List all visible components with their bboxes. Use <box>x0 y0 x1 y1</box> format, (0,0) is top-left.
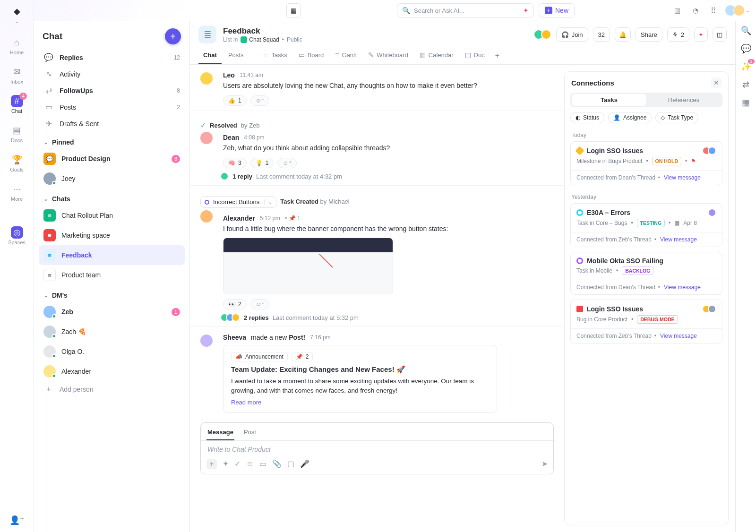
chat-feedback[interactable]: ≡Feedback <box>39 245 185 265</box>
rail-chat[interactable]: 4#Chat <box>0 91 34 118</box>
sync-icon[interactable]: ⇄ <box>742 79 749 90</box>
tab-posts[interactable]: Posts <box>223 48 249 64</box>
rail-docs[interactable]: ▤Docs <box>0 120 34 147</box>
rail-more[interactable]: ⋯More <box>0 179 34 206</box>
author-name[interactable]: Alexander <box>223 215 255 222</box>
read-more-link[interactable]: Read more <box>231 399 489 406</box>
composer-tab-post[interactable]: Post <box>243 427 257 440</box>
tab-chat[interactable]: Chat <box>198 48 222 64</box>
rail-goals[interactable]: 🏆Goals <box>0 150 34 176</box>
timer-icon[interactable]: ◔ <box>689 4 702 17</box>
view-message-link[interactable]: View message <box>664 284 701 291</box>
dm-olga[interactable]: Olga O. <box>39 342 185 361</box>
avatar[interactable] <box>200 72 213 85</box>
new-chat-button[interactable]: + <box>165 28 181 44</box>
connection-card[interactable]: Login SSO Issues Milestone in Bugs Produ… <box>570 141 722 185</box>
dm-zach[interactable]: Zach 🍕 <box>39 322 185 342</box>
shared-with[interactable]: ⚘2 <box>667 27 689 42</box>
ai-icon[interactable]: ✦ <box>223 459 229 468</box>
rail-inbox[interactable]: ✉Inbox <box>0 62 34 88</box>
attach-icon[interactable]: 📎 <box>272 459 282 468</box>
view-board[interactable]: ▭Board <box>294 47 329 64</box>
chat-rollout[interactable]: ≡Chat Rollout Plan <box>39 206 185 225</box>
view-message-link[interactable]: View message <box>664 174 701 181</box>
pinned-product-design[interactable]: 💬Product Design3 <box>39 149 185 169</box>
filter-status[interactable]: ◐Status <box>570 112 604 123</box>
view-tasks[interactable]: ≣Tasks <box>258 47 292 64</box>
rail-home[interactable]: ⌂Home <box>0 33 34 59</box>
post-card[interactable]: 📣Announcement 📌2 Team Update: Exciting C… <box>223 345 497 413</box>
comment-icon[interactable]: 💬 <box>741 43 751 54</box>
user-avatars[interactable]: ⌄ <box>725 5 749 16</box>
emoji-icon[interactable]: ☺ <box>246 460 254 468</box>
reaction[interactable]: 👍1 <box>223 95 247 106</box>
add-view[interactable]: + <box>491 50 503 62</box>
share-button[interactable]: Share <box>636 27 662 42</box>
reaction[interactable]: 🧠3 <box>223 158 247 168</box>
ai-button[interactable]: ✦ <box>694 27 708 42</box>
connection-card[interactable]: E30A – Errors Task in Core – Bugs•TESTIN… <box>570 203 722 247</box>
mic-icon[interactable]: 🎤 <box>300 459 309 468</box>
plus-icon[interactable]: + <box>206 459 217 469</box>
connection-card[interactable]: Login SSO Issues Bug in Core Product•DEB… <box>570 300 722 343</box>
nav-replies[interactable]: 💬Replies12 <box>39 49 185 66</box>
view-message-link[interactable]: View message <box>660 236 697 243</box>
chat-marketing[interactable]: ≡Marketing space <box>39 225 185 245</box>
gif-icon[interactable]: ▭ <box>259 459 266 468</box>
calendar-icon[interactable]: ▦ <box>286 3 301 17</box>
add-reaction[interactable]: ☺⁺ <box>250 95 269 106</box>
ai-icon[interactable]: ✨2 <box>741 61 751 72</box>
author-name[interactable]: Leo <box>223 71 235 79</box>
view-doc[interactable]: ▤Doc <box>460 47 490 64</box>
dm-zeb[interactable]: Zeb1 <box>39 302 185 322</box>
notifications-button[interactable]: 🔔 <box>615 27 631 42</box>
search-input[interactable] <box>414 7 519 14</box>
view-calendar[interactable]: ▦Calendar <box>415 47 458 64</box>
avatar[interactable] <box>200 335 213 347</box>
nav-activity[interactable]: ∿Activity <box>39 66 185 82</box>
squad-link[interactable]: Chat Squad <box>241 36 279 43</box>
section-chats[interactable]: ⌄Chats <box>39 189 185 206</box>
notepad-icon[interactable]: ▥ <box>671 4 684 17</box>
rail-spaces[interactable]: ◎Spaces <box>0 223 34 249</box>
task-icon[interactable]: ✓ <box>234 459 241 468</box>
video-icon[interactable]: ▢ <box>287 459 294 468</box>
author-name[interactable]: Sheeva <box>223 334 246 341</box>
apps-grid-icon[interactable]: ⠿ <box>707 4 720 17</box>
add-reaction[interactable]: ☺⁺ <box>277 158 296 168</box>
view-message-link[interactable]: View message <box>660 333 697 339</box>
composer-tab-message[interactable]: Message <box>206 427 234 440</box>
nav-posts[interactable]: ▭Posts2 <box>39 99 185 115</box>
add-person[interactable]: +Add person <box>39 381 185 397</box>
new-button[interactable]: +New <box>539 3 575 17</box>
connection-card[interactable]: Mobile Okta SSO Failing Task in Mobile•B… <box>570 252 722 295</box>
filter-assignee[interactable]: 👤Assignee <box>608 112 652 123</box>
seg-tasks[interactable]: Tasks <box>572 94 646 106</box>
app-logo[interactable]: ◆ <box>10 5 24 18</box>
close-icon[interactable]: ✕ <box>711 77 722 88</box>
reaction[interactable]: 💡1 <box>250 158 274 168</box>
global-search[interactable]: 🔍 ✦ <box>397 3 534 17</box>
thread-info[interactable]: 2 replies Last comment today at 5:32 pm <box>223 313 554 322</box>
search-icon[interactable]: 🔍 <box>741 26 751 36</box>
section-pinned[interactable]: ⌄Pinned <box>39 132 185 149</box>
avatar[interactable] <box>200 132 213 144</box>
avatar[interactable] <box>200 210 213 223</box>
workspace-chevron[interactable]: ⌄ <box>15 19 19 24</box>
nav-followups[interactable]: ⇄FollowUps8 <box>39 82 185 99</box>
member-avatars[interactable] <box>536 29 551 40</box>
section-dms[interactable]: ⌄DM's <box>39 285 185 302</box>
ai-sparkle-icon[interactable]: ✦ <box>523 7 529 14</box>
filter-task-type[interactable]: ◇Task Type <box>655 112 698 123</box>
view-gantt[interactable]: ≡Gantt <box>330 47 361 64</box>
pinned-joey[interactable]: Joey <box>39 169 185 189</box>
join-button[interactable]: 🎧Join <box>556 27 588 42</box>
chat-product-team[interactable]: ≡Product team <box>39 265 185 285</box>
apps-icon[interactable]: ▦ <box>742 97 750 108</box>
dm-alexander[interactable]: Alexander <box>39 361 185 381</box>
view-whiteboard[interactable]: ✎Whiteboard <box>363 47 412 64</box>
nav-drafts[interactable]: ✈Drafts & Sent <box>39 115 185 132</box>
panel-toggle[interactable]: ◫ <box>713 27 727 42</box>
member-count[interactable]: 32 <box>593 27 610 42</box>
reaction[interactable]: 👀2 <box>223 299 247 309</box>
